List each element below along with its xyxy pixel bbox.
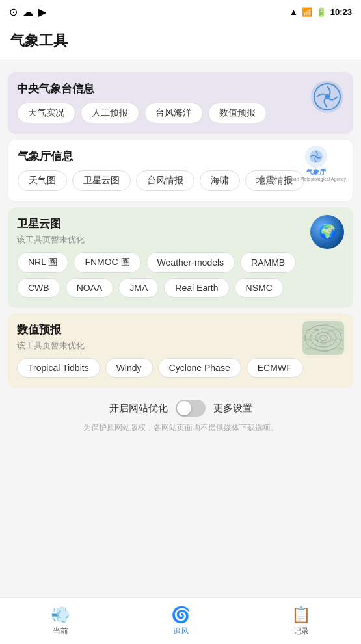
cma-logo: [310, 80, 344, 114]
jma-btn-0[interactable]: 天气图: [18, 170, 67, 191]
signal-icon: 📶: [302, 7, 312, 17]
cloud-icon: ☁: [23, 6, 33, 18]
satellite-btn-0[interactable]: NRL 圈: [17, 252, 68, 273]
svg-rect-4: [302, 321, 344, 355]
numerical-section: 数值预报 该工具页暂未优化 Tropical Tidbits Windy Cyc…: [8, 313, 353, 388]
typhoon-icon: 🌀: [171, 606, 191, 624]
battery-icon: 🔋: [316, 7, 327, 17]
cma-btn-0[interactable]: 天气实况: [17, 103, 75, 123]
jma-btn-2[interactable]: 台风情报: [136, 170, 194, 191]
satellite-btn-8[interactable]: NSMC: [235, 278, 284, 298]
status-bar-left: ⊙ ☁ ▶: [9, 6, 46, 18]
more-settings-link[interactable]: 更多设置: [213, 402, 252, 415]
numerical-btn-3[interactable]: ECMWF: [247, 358, 303, 378]
satellite-btn-3[interactable]: RAMMB: [240, 252, 296, 273]
numerical-btn-1[interactable]: Windy: [105, 358, 153, 378]
cma-section: 中央气象台信息 天气实况 人工预报 台风海洋 数值预报: [8, 72, 353, 134]
main-content: 中央气象台信息 天气实况 人工预报 台风海洋 数值预报 气象厅 Japan Me…: [0, 60, 361, 489]
nav-current[interactable]: 💨 当前: [0, 606, 120, 637]
svg-point-2: [325, 94, 330, 99]
satellite-section: 🌍 卫星云图 该工具页暂未优化 NRL 圈 FNMOC 圈 Weather-mo…: [8, 207, 353, 308]
app-title-bar: 气象工具: [0, 23, 361, 60]
toggle-row: 开启网站优化 更多设置: [0, 400, 361, 417]
jma-logo-text: 气象厅: [306, 168, 326, 177]
nav-current-label: 当前: [53, 626, 68, 637]
notes-icon: 📋: [291, 606, 311, 624]
toggle-label: 开启网站优化: [109, 402, 168, 415]
time-display: 10:23: [330, 7, 352, 17]
cma-btn-3[interactable]: 数值预报: [208, 103, 267, 123]
jma-section: 气象厅 Japan Meteorological Agency 气象厅信息 天气…: [8, 139, 353, 202]
satellite-subtitle: 该工具页暂未优化: [17, 234, 344, 246]
wind-icon: 💨: [51, 606, 70, 624]
cma-title: 中央气象台信息: [17, 81, 344, 96]
status-bar: ⊙ ☁ ▶ ▲ 📶 🔋 10:23: [0, 0, 361, 23]
nav-typhoon[interactable]: 🌀 追风: [120, 606, 241, 637]
numerical-btn-0[interactable]: Tropical Tidbits: [17, 358, 100, 378]
numerical-subtitle: 该工具页暂未优化: [17, 340, 344, 352]
satellite-btn-1[interactable]: FNMOC 圈: [74, 252, 140, 273]
numerical-title: 数值预报: [17, 322, 344, 337]
status-bar-right: ▲ 📶 🔋 10:23: [289, 7, 352, 17]
numerical-logo: [302, 321, 344, 355]
jma-btn-1[interactable]: 卫星云图: [72, 170, 131, 191]
wifi-icon: ▲: [289, 7, 298, 17]
cma-btn-2[interactable]: 台风海洋: [144, 103, 203, 123]
optimization-toggle[interactable]: [176, 400, 206, 417]
app-icon: ▶: [38, 6, 46, 18]
bottom-nav: 💨 当前 🌀 追风 📋 记录: [0, 597, 361, 644]
satellite-logo: 🌍: [310, 215, 344, 249]
satellite-title: 卫星云图: [17, 216, 344, 231]
satellite-btn-4[interactable]: CWB: [17, 278, 60, 298]
satellite-btn-7[interactable]: Real Earth: [164, 278, 229, 298]
jma-logo-sub: Japan Meteorological Agency: [287, 177, 346, 181]
nav-records-label: 记录: [293, 626, 309, 637]
nav-records[interactable]: 📋 记录: [241, 606, 361, 637]
copyright-text: 为保护原网站版权，各网站页面均不提供媒体下载选项。: [13, 422, 348, 433]
satellite-btn-5[interactable]: NOAA: [66, 278, 114, 298]
cma-btn-1[interactable]: 人工预报: [81, 103, 139, 123]
page-title: 气象工具: [10, 31, 351, 51]
satellite-btn-row: NRL 圈 FNMOC 圈 Weather-models RAMMB CWB N…: [17, 252, 344, 298]
numerical-btn-2[interactable]: Cyclone Phase: [158, 358, 241, 378]
android-icon: ⊙: [9, 6, 18, 18]
jma-logo: 气象厅 Japan Meteorological Agency: [287, 146, 346, 180]
numerical-btn-row: Tropical Tidbits Windy Cyclone Phase ECM…: [17, 358, 344, 378]
satellite-btn-6[interactable]: JMA: [118, 278, 159, 298]
jma-btn-3[interactable]: 海啸: [200, 170, 240, 191]
cma-btn-row: 天气实况 人工预报 台风海洋 数值预报: [17, 103, 344, 123]
satellite-btn-2[interactable]: Weather-models: [146, 252, 235, 273]
nav-typhoon-label: 追风: [173, 626, 189, 637]
